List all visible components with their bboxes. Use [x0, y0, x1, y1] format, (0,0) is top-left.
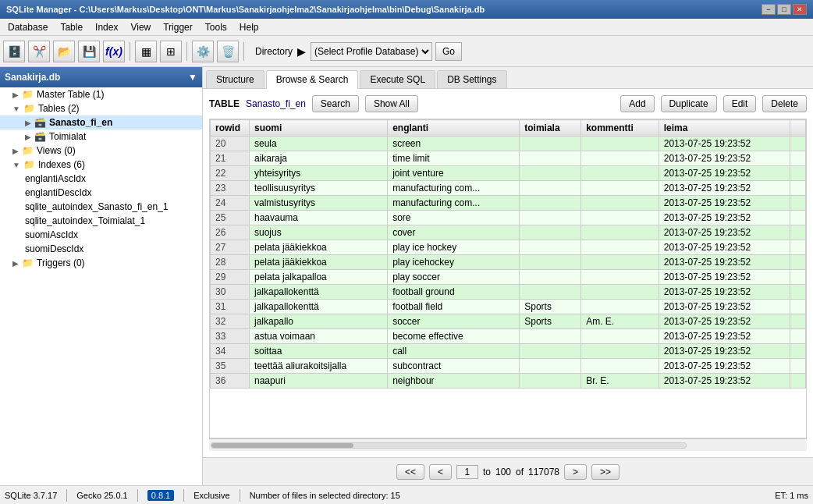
- table-row[interactable]: 32 jalkapallo soccer Sports Am. E. 2013-…: [211, 314, 806, 329]
- cell-kommentti: Br. E.: [581, 374, 659, 389]
- menu-index[interactable]: Index: [91, 20, 122, 34]
- cell-leima: 2013-07-25 19:23:52: [659, 240, 790, 255]
- cell-suomi: teollisuusyritys: [250, 181, 388, 196]
- table-row[interactable]: 26 suojus cover 2013-07-25 19:23:52: [211, 225, 806, 240]
- next-page-button[interactable]: >: [564, 464, 587, 480]
- open-button[interactable]: 📂: [53, 41, 75, 62]
- settings-button[interactable]: ⚙️: [192, 41, 214, 62]
- page-size-label: 100: [495, 467, 511, 477]
- tab-structure[interactable]: Structure: [206, 70, 264, 88]
- menu-trigger[interactable]: Trigger: [158, 20, 197, 34]
- table-row[interactable]: 28 pelata jääkiekkoa play icehockey 2013…: [211, 255, 806, 270]
- tree-sanasto-fi-en[interactable]: ▶ 🗃️ Sanasto_fi_en: [0, 115, 202, 130]
- tab-db-settings[interactable]: DB Settings: [437, 70, 506, 88]
- edit-button[interactable]: Edit: [723, 95, 757, 112]
- cell-icon: [790, 314, 806, 329]
- cell-suomi: aikaraja: [250, 151, 388, 166]
- maximize-button[interactable]: □: [777, 4, 791, 15]
- table-row[interactable]: 35 teettää aliurakoitsijalla subcontract…: [211, 359, 806, 374]
- horizontal-scrollbar[interactable]: [209, 438, 807, 451]
- gecko-version: Gecko 25.0.1: [76, 491, 127, 500]
- close-button[interactable]: ✕: [793, 4, 807, 15]
- tree-suomiAscIdx[interactable]: suomiAscIdx: [0, 228, 202, 242]
- delete-button[interactable]: 🗑️: [217, 41, 239, 62]
- cell-toimiala: [520, 196, 581, 211]
- table-row[interactable]: 33 astua voimaan become effective 2013-0…: [211, 329, 806, 344]
- grid-button[interactable]: ⊞: [160, 41, 182, 62]
- go-button[interactable]: Go: [435, 42, 462, 61]
- menu-view[interactable]: View: [126, 20, 155, 34]
- prev-page-button[interactable]: <: [429, 464, 452, 480]
- table-row[interactable]: 22 yhteisyritys joint venture 2013-07-25…: [211, 166, 806, 181]
- current-page-display[interactable]: 1: [456, 465, 478, 479]
- save-button[interactable]: 💾: [78, 41, 100, 62]
- col-englanti[interactable]: englanti: [388, 120, 520, 137]
- cell-rowid: 23: [211, 181, 250, 196]
- table-row[interactable]: 25 haavauma sore 2013-07-25 19:23:52: [211, 211, 806, 225]
- cell-kommentti: [581, 270, 659, 285]
- tree-triggers[interactable]: ▶ 📁 Triggers (0): [0, 256, 202, 270]
- last-page-button[interactable]: >>: [591, 464, 620, 480]
- col-rowid[interactable]: rowid: [211, 120, 250, 137]
- table-row[interactable]: 23 teollisuusyritys manufacturing com...…: [211, 181, 806, 196]
- cut-button[interactable]: ✂️: [28, 41, 50, 62]
- table-row[interactable]: 31 jalkapallokenttä football field Sport…: [211, 300, 806, 314]
- tree-toimialat[interactable]: ▶ 🗃️ Toimialat: [0, 130, 202, 144]
- tree-master-table[interactable]: ▶ 📁 Master Table (1): [0, 87, 202, 101]
- add-button[interactable]: Add: [620, 95, 654, 112]
- function-button[interactable]: f(x): [103, 41, 125, 62]
- menu-help[interactable]: Help: [235, 20, 264, 34]
- tree-englantiAscIdx[interactable]: englantiAscIdx: [0, 172, 202, 186]
- minimize-button[interactable]: −: [762, 4, 776, 15]
- new-db-button[interactable]: 🗄️: [3, 41, 25, 62]
- menu-database[interactable]: Database: [3, 20, 52, 34]
- tree-item-label: Views (0): [37, 145, 76, 156]
- status-sep-3: [183, 489, 184, 502]
- profile-select[interactable]: (Select Profile Database): [311, 42, 432, 61]
- cell-toimiala: Sports: [520, 314, 581, 329]
- tree-views[interactable]: ▶ 📁 Views (0): [0, 144, 202, 158]
- cell-kommentti: [581, 285, 659, 300]
- tree-suomiDescIdx[interactable]: suomiDescIdx: [0, 242, 202, 256]
- search-button[interactable]: Search: [312, 95, 359, 112]
- tree-englantiDescIdx[interactable]: englantiDescIdx: [0, 186, 202, 200]
- delete-record-button[interactable]: Delete: [762, 95, 807, 112]
- window-controls: − □ ✕: [762, 4, 807, 15]
- tab-execute-sql[interactable]: Execute SQL: [360, 70, 435, 88]
- table-row[interactable]: 36 naapuri neighbour Br. E. 2013-07-25 1…: [211, 374, 806, 389]
- tree-expand-icon: ▶: [12, 259, 19, 268]
- menu-bar: Database Table Index View Trigger Tools …: [0, 19, 813, 36]
- table-row[interactable]: 27 pelata jääkiekkoa play ice hockey 201…: [211, 240, 806, 255]
- table-row[interactable]: 29 pelata jalkapalloa play soccer 2013-0…: [211, 270, 806, 285]
- cell-toimiala: [520, 211, 581, 225]
- table-row[interactable]: 34 soittaa call 2013-07-25 19:23:52: [211, 344, 806, 359]
- table-view-button[interactable]: ▦: [135, 41, 157, 62]
- show-all-button[interactable]: Show All: [365, 95, 418, 112]
- tree-tables[interactable]: ▼ 📁 Tables (2): [0, 101, 202, 115]
- col-leima[interactable]: leima: [659, 120, 790, 137]
- col-suomi[interactable]: suomi: [250, 120, 388, 137]
- cell-rowid: 25: [211, 211, 250, 225]
- table-row[interactable]: 24 valmistusyritys manufacturing com... …: [211, 196, 806, 211]
- database-selector[interactable]: Sanakirja.db ▼: [0, 67, 202, 87]
- duplicate-button[interactable]: Duplicate: [661, 95, 717, 112]
- menu-table[interactable]: Table: [55, 20, 87, 34]
- cell-leima: 2013-07-25 19:23:52: [659, 181, 790, 196]
- cell-rowid: 31: [211, 300, 250, 314]
- tree-expand-icon: ▶: [12, 147, 19, 155]
- table-row[interactable]: 21 aikaraja time limit 2013-07-25 19:23:…: [211, 151, 806, 166]
- tree-autoindex-toimialat[interactable]: sqlite_autoindex_Toimialat_1: [0, 214, 202, 228]
- menu-tools[interactable]: Tools: [201, 20, 232, 34]
- cell-toimiala: [520, 359, 581, 374]
- table-row[interactable]: 20 seula screen 2013-07-25 19:23:52: [211, 137, 806, 151]
- tree-item-label: englantiDescIdx: [25, 187, 91, 198]
- tree-autoindex-sanasto[interactable]: sqlite_autoindex_Sanasto_fi_en_1: [0, 200, 202, 214]
- tab-browse-search[interactable]: Browse & Search: [266, 70, 359, 89]
- cell-englanti: play soccer: [388, 270, 520, 285]
- table-row[interactable]: 30 jalkapallokenttä football ground 2013…: [211, 285, 806, 300]
- col-toimiala[interactable]: toimiala: [520, 120, 581, 137]
- tree-item-label: Sanasto_fi_en: [49, 117, 112, 128]
- col-kommentti[interactable]: kommentti: [581, 120, 659, 137]
- tree-indexes[interactable]: ▼ 📁 Indexes (6): [0, 158, 202, 172]
- first-page-button[interactable]: <<: [396, 464, 424, 480]
